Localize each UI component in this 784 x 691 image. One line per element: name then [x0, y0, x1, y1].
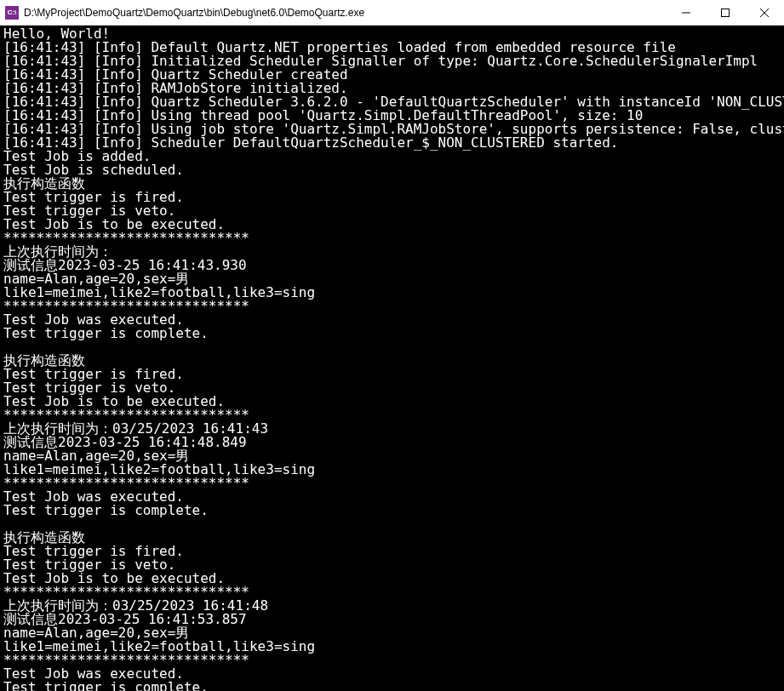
window-title: D:\MyProject\DemoQuartz\DemoQuartz\bin\D…	[24, 7, 667, 19]
console-line: ******************************	[3, 231, 781, 245]
close-icon	[760, 9, 769, 17]
console-line: Test Job is scheduled.	[3, 163, 781, 177]
app-icon-text: C:\	[8, 9, 17, 16]
console-output[interactable]: Hello, World![16:41:43] [Info] Default Q…	[0, 26, 784, 691]
window-controls	[667, 0, 784, 25]
maximize-icon	[721, 9, 730, 17]
minimize-icon	[682, 9, 690, 17]
console-line: Test trigger is complete.	[3, 504, 781, 517]
close-button[interactable]	[745, 0, 784, 25]
app-icon: C:\	[5, 6, 19, 20]
svg-rect-1	[722, 9, 730, 16]
console-line: Test trigger is complete.	[3, 327, 781, 340]
console-line	[3, 517, 781, 531]
console-line: Test trigger is complete.	[3, 681, 781, 691]
maximize-button[interactable]	[706, 0, 745, 25]
title-bar: C:\ D:\MyProject\DemoQuartz\DemoQuartz\b…	[0, 0, 784, 26]
console-line	[3, 340, 781, 354]
minimize-button[interactable]	[667, 0, 706, 25]
